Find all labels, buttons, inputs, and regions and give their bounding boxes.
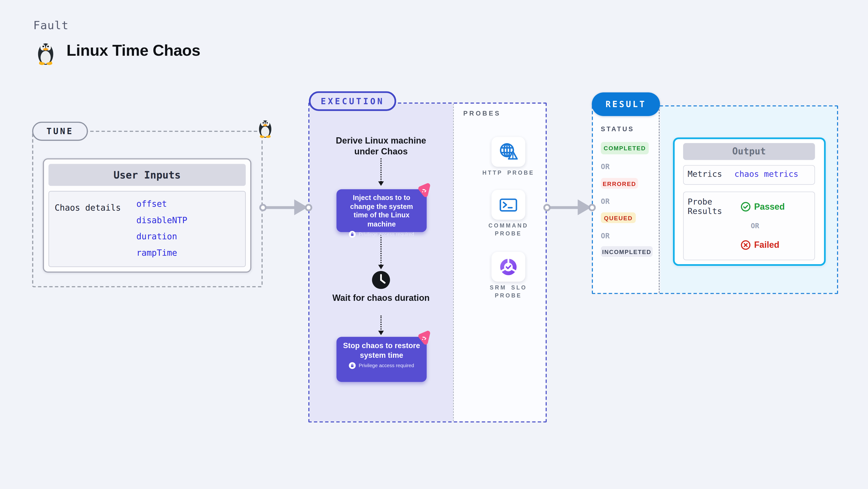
- or-separator: OR: [601, 232, 610, 240]
- privilege-label: Privilege access required: [359, 363, 414, 368]
- x-circle-icon: [741, 240, 751, 250]
- flow-arrow-icon: [380, 158, 382, 184]
- pie-check-icon: [497, 256, 520, 278]
- passed-label: Passed: [754, 202, 785, 212]
- command-probe-label: COMMAND PROBE: [477, 222, 539, 237]
- lock-icon: [349, 362, 356, 369]
- tux-penguin-small-icon: [256, 117, 274, 139]
- derive-step-label: Derive Linux machine under Chaos: [325, 135, 437, 157]
- check-circle-icon: [741, 202, 751, 212]
- status-badge-queued: QUEUED: [601, 212, 636, 223]
- page: Fault Linux Time Chaos TUNE User Inputs …: [0, 0, 868, 489]
- command-probe-card: [491, 190, 525, 220]
- stop-chaos-step: Stop chaos to restore system time Privil…: [337, 337, 427, 382]
- param-ramptime[interactable]: rampTime: [136, 248, 177, 258]
- metrics-value-link[interactable]: chaos metrics: [735, 170, 799, 178]
- param-disablentp[interactable]: disableNTP: [136, 215, 187, 225]
- page-title: Linux Time Chaos: [67, 42, 200, 60]
- privilege-row: Privilege access required: [337, 362, 427, 374]
- http-probe-label: HTTP PROBE: [477, 169, 539, 177]
- arrow-line: [265, 206, 296, 209]
- inject-chaos-label: Inject chaos to to change the system tim…: [337, 189, 427, 229]
- diagram-canvas: Fault Linux Time Chaos TUNE User Inputs …: [0, 0, 868, 489]
- chaos-details-label: Chaos details: [55, 203, 121, 213]
- clock-icon: [371, 270, 391, 290]
- inject-chaos-step: Inject chaos to to change the system tim…: [337, 189, 427, 232]
- or-separator: OR: [601, 197, 610, 205]
- globe-alert-icon: [497, 141, 520, 163]
- failed-label: Failed: [754, 240, 779, 250]
- metrics-label: Metrics: [688, 170, 722, 178]
- terminal-icon: [498, 194, 519, 216]
- output-title: Output: [683, 143, 815, 160]
- privilege-row: Privilege access required: [337, 231, 427, 243]
- srm-slo-probe-label: SRM SLO PROBE: [477, 284, 539, 299]
- execution-badge: EXECUTION: [309, 91, 396, 111]
- or-separator: OR: [601, 162, 610, 170]
- or-separator: OR: [751, 222, 759, 230]
- status-badge-completed: COMPLETED: [601, 142, 649, 154]
- status-badge-incompleted: INCOMPLETED: [601, 246, 653, 257]
- status-badge-errored: ERRORED: [601, 178, 638, 189]
- stop-chaos-label: Stop chaos to restore system time: [337, 337, 427, 360]
- param-offset[interactable]: offset: [136, 199, 167, 209]
- arrow-line: [549, 206, 579, 209]
- chaos-logo-icon: [416, 182, 434, 200]
- tux-penguin-icon: [34, 39, 57, 66]
- wait-step-label: Wait for chaos duration: [325, 292, 437, 303]
- result-badge: RESULT: [592, 92, 660, 116]
- user-inputs-title: User Inputs: [49, 164, 246, 186]
- privilege-label: Privilege access required: [359, 232, 414, 237]
- flow-arrow-icon: [380, 316, 382, 334]
- probe-results-label: Probe Results: [688, 197, 723, 216]
- srm-slo-probe-card: [491, 252, 525, 282]
- lock-icon: [349, 231, 356, 238]
- status-heading: STATUS: [601, 126, 634, 132]
- probes-heading: PROBES: [463, 110, 501, 117]
- chaos-logo-icon: [416, 329, 434, 348]
- tune-badge: TUNE: [32, 122, 88, 141]
- param-duration[interactable]: duration: [136, 232, 177, 242]
- fault-kicker: Fault: [33, 19, 68, 32]
- http-probe-card: [491, 137, 525, 167]
